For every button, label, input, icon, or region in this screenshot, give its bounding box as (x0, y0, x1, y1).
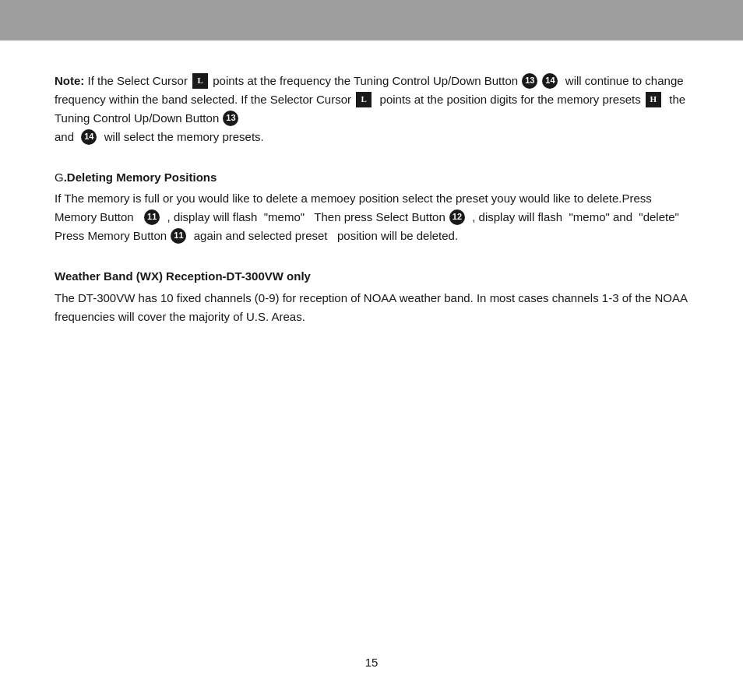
badge-14b: 14 (81, 129, 97, 145)
badge-11b: 11 (171, 228, 186, 244)
badge-14a: 14 (542, 73, 558, 89)
deleting-section: G.Deleting Memory Positions If The memor… (55, 168, 688, 245)
badge-H: H (646, 92, 661, 107)
note-block: Note: If the Select Cursor L points at t… (55, 72, 688, 146)
weather-title: Weather Band (WX) Reception-DT-300VW onl… (55, 267, 688, 285)
badge-12: 12 (449, 209, 465, 225)
badge-11a: 11 (144, 209, 160, 225)
note-paragraph: Note: If the Select Cursor L points at t… (55, 72, 688, 146)
weather-body: The DT-300VW has 10 fixed channels (0-9)… (55, 289, 688, 326)
deleting-title: G.Deleting Memory Positions (55, 168, 688, 186)
badge-L2: L (356, 92, 372, 107)
badge-L1: L (192, 73, 208, 89)
badge-13a: 13 (522, 73, 537, 89)
main-content: Note: If the Select Cursor L points at t… (0, 40, 743, 379)
page-number: 15 (365, 656, 379, 669)
badge-13b: 13 (223, 111, 238, 126)
deleting-body: If The memory is full or you would like … (55, 189, 688, 245)
top-bar (0, 0, 743, 40)
weather-section: Weather Band (WX) Reception-DT-300VW onl… (55, 267, 688, 325)
